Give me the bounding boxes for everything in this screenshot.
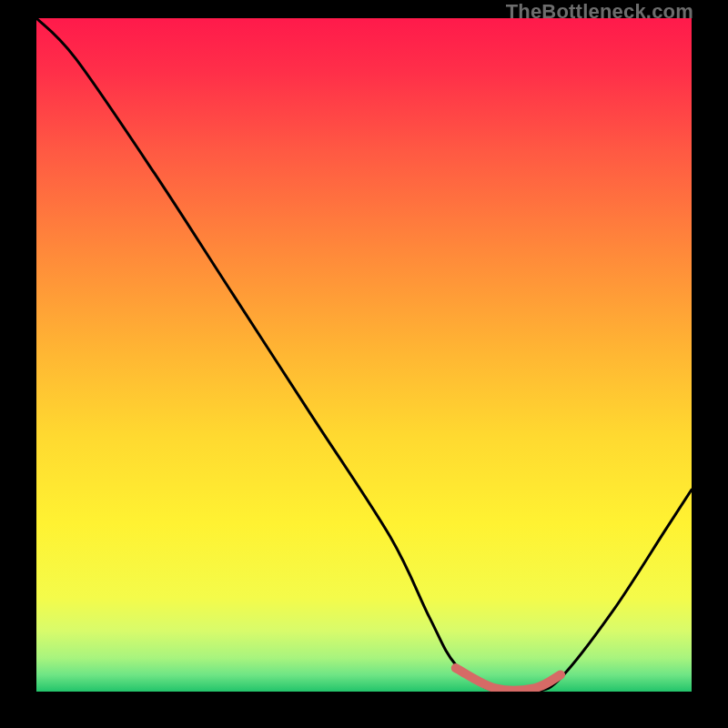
chart-frame (36, 18, 692, 692)
bottleneck-chart (36, 18, 692, 692)
gradient-background (36, 18, 692, 692)
